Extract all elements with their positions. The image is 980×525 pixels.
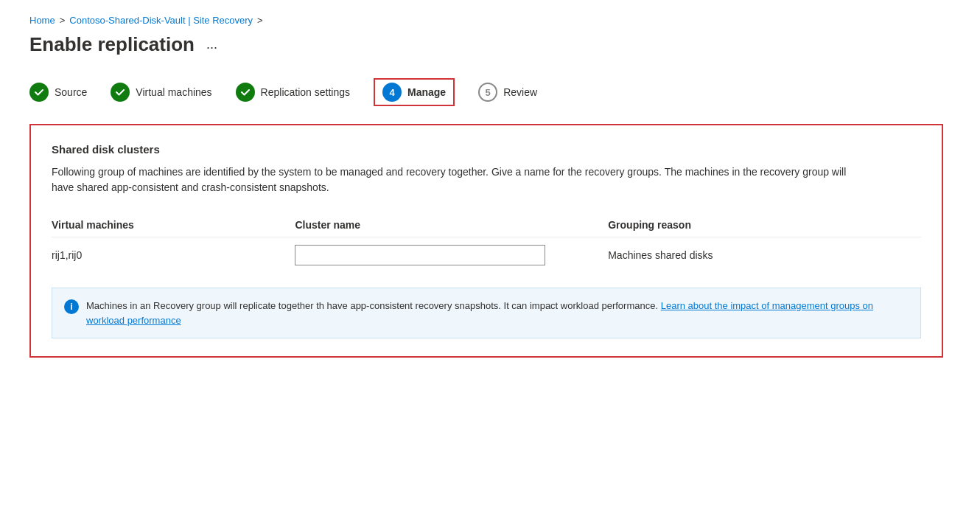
section-title: Shared disk clusters: [52, 143, 921, 156]
step-replication-icon: [236, 83, 255, 102]
step-virtual-machines[interactable]: Virtual machines: [111, 83, 211, 102]
cluster-table: Virtual machines Cluster name Grouping r…: [52, 213, 921, 273]
breadcrumb-home[interactable]: Home: [29, 15, 55, 26]
col-header-vm: Virtual machines: [52, 213, 295, 237]
table-header-row: Virtual machines Cluster name Grouping r…: [52, 213, 921, 237]
page-title: Enable replication: [29, 33, 195, 56]
breadcrumb-sep2: >: [257, 15, 263, 26]
breadcrumb: Home > Contoso-Shared-Disk-Vault | Site …: [29, 15, 951, 26]
step-review-label: Review: [503, 86, 537, 98]
step-source-icon: [29, 83, 49, 102]
step-review[interactable]: 5 Review: [478, 83, 537, 102]
col-header-reason: Grouping reason: [608, 213, 921, 237]
cell-vm: rij1,rij0: [52, 237, 295, 274]
breadcrumb-vault[interactable]: Contoso-Shared-Disk-Vault | Site Recover…: [69, 15, 253, 26]
table-row: rij1,rij0 Machines shared disks: [52, 237, 921, 274]
section-description: Following group of machines are identifi…: [52, 164, 862, 195]
cluster-name-input[interactable]: [295, 245, 545, 265]
breadcrumb-sep1: >: [60, 15, 66, 26]
step-manage-wrapper[interactable]: 4 Manage: [374, 78, 455, 106]
step-manage-icon: 4: [382, 83, 402, 102]
page-container: Home > Contoso-Shared-Disk-Vault | Site …: [0, 0, 980, 372]
info-message: Machines in an Recovery group will repli…: [86, 300, 658, 311]
step-review-icon: 5: [478, 83, 497, 102]
step-source-label: Source: [55, 86, 87, 98]
step-replication-settings[interactable]: Replication settings: [236, 83, 350, 102]
cell-cluster-name: [295, 237, 608, 274]
page-title-row: Enable replication ...: [29, 33, 951, 56]
info-bar: i Machines in an Recovery group will rep…: [52, 288, 921, 338]
step-replication-label: Replication settings: [261, 86, 350, 98]
step-vm-label: Virtual machines: [136, 86, 211, 98]
steps-row: Source Virtual machines Replication sett…: [29, 78, 951, 106]
step-manage-label: Manage: [407, 86, 446, 98]
step-vm-icon: [111, 83, 130, 102]
cell-grouping-reason: Machines shared disks: [608, 237, 921, 274]
info-icon: i: [64, 299, 79, 314]
info-text: Machines in an Recovery group will repli…: [86, 299, 909, 327]
step-source[interactable]: Source: [29, 83, 87, 102]
col-header-cluster: Cluster name: [295, 213, 608, 237]
ellipsis-button[interactable]: ...: [202, 35, 222, 54]
content-box: Shared disk clusters Following group of …: [29, 124, 943, 358]
